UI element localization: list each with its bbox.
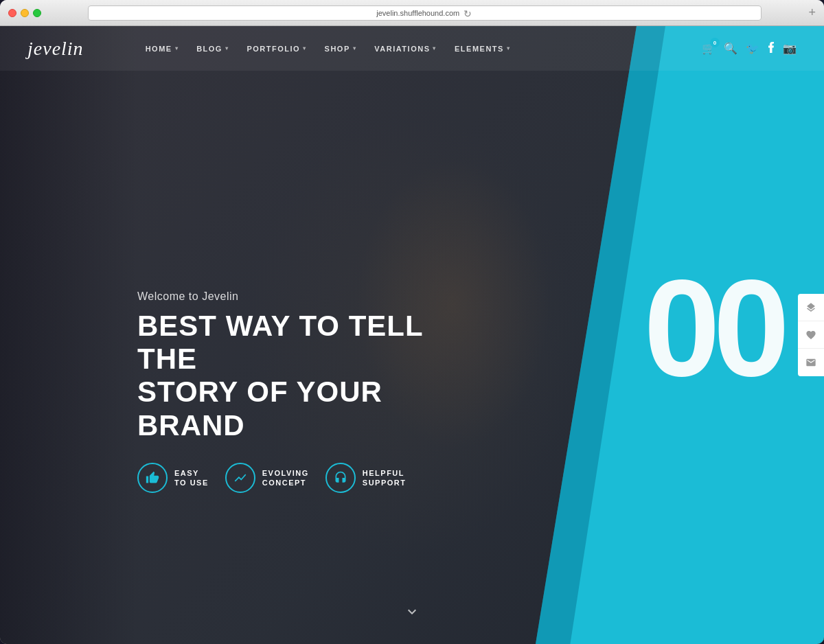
thumbs-up-icon [137,463,168,493]
nav-item-elements[interactable]: ELEMENTS ▾ [448,42,517,56]
nav-item-portfolio[interactable]: PORTFOLIO ▾ [240,42,313,56]
feature-helpful-support: HELPFULSUPPORT [325,463,407,493]
traffic-lights [8,9,41,17]
pulse-icon [225,463,255,493]
twitter-icon[interactable]: 🐦 [746,42,759,55]
browser-window: jevelin.shufflehound.com ↻ + 00 jevelin … [0,0,824,644]
cart-badge: 0 [710,38,720,47]
cart-icon[interactable]: 🛒 0 [702,42,716,55]
hero-big-number: 00 [644,260,783,397]
nav-item-shop[interactable]: SHOP ▾ [318,42,364,56]
nav-item-variations[interactable]: VARIATIONS ▾ [367,42,444,56]
address-bar[interactable]: jevelin.shufflehound.com ↻ [88,5,762,21]
hero-title: BEST WAY TO TELL THE STORY OF YOUR BRAND [137,310,453,442]
fullscreen-button[interactable] [33,9,41,17]
headphones-icon [325,463,356,493]
feature-easy-to-use: EASYTO USE [137,463,209,493]
refresh-icon[interactable]: ↻ [464,8,473,18]
navbar: jevelin HOME ▾ BLOG ▾ PORTFOLIO ▾ SHOP ▾ [0,26,824,71]
chevron-down-icon: ▾ [175,45,179,51]
browser-titlebar: jevelin.shufflehound.com ↻ + [0,0,824,26]
easy-to-use-label: EASYTO USE [174,468,209,488]
new-tab-button[interactable]: + [808,5,816,20]
close-button[interactable] [8,9,16,17]
nav-menu: HOME ▾ BLOG ▾ PORTFOLIO ▾ SHOP ▾ VARIATI… [139,42,702,56]
instagram-icon[interactable]: 📷 [783,42,797,55]
chevron-down-icon: ▾ [353,45,357,51]
url-text: jevelin.shufflehound.com [376,9,459,17]
evolving-concept-label: EVOLVINGCONCEPT [262,468,309,488]
chevron-down-icon: ▾ [303,45,307,51]
nav-item-blog[interactable]: BLOG ▾ [190,42,236,56]
chevron-down-icon: ▾ [225,45,229,51]
feature-evolving-concept: EVOLVINGCONCEPT [225,463,309,493]
website-content: 00 jevelin HOME ▾ BLOG ▾ PORTFOLIO ▾ [0,26,824,644]
sidebar-icons [798,294,824,376]
search-icon[interactable]: 🔍 [724,42,737,55]
hero-subtitle: Welcome to Jevelin [137,290,453,303]
chevron-down-icon: ▾ [507,45,511,51]
features-row: EASYTO USE EVOLVINGCONCEPT [137,463,453,493]
chevron-down-icon: ▾ [433,45,437,51]
facebook-icon[interactable] [768,41,775,56]
site-logo[interactable]: jevelin [27,38,84,60]
minimize-button[interactable] [21,9,29,17]
helpful-support-label: HELPFULSUPPORT [363,468,407,488]
nav-icon-group: 🛒 0 🔍 🐦 📷 [702,41,797,56]
hero-content: Welcome to Jevelin BEST WAY TO TELL THE … [137,290,453,493]
nav-item-home[interactable]: HOME ▾ [139,42,186,56]
heart-icon[interactable] [798,321,824,349]
scroll-down-button[interactable] [404,603,420,623]
mail-icon[interactable] [798,349,824,376]
layers-icon[interactable] [798,294,824,321]
